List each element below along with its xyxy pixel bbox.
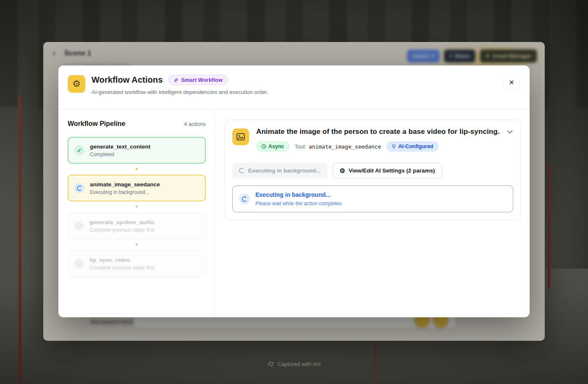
link-icon <box>173 78 178 83</box>
detail-panel: Animate the image of the person to creat… <box>215 110 530 317</box>
workflow-actions-modal: ⚙ Workflow Actions Smart Workflow AI-gen… <box>58 65 530 317</box>
tool-name: animate_image_seedance <box>309 144 381 150</box>
execution-status-box: Executing in background... Please wait w… <box>232 185 513 212</box>
action-card: Animate the image of the person to creat… <box>225 120 521 220</box>
chevron-down-icon[interactable] <box>507 130 513 134</box>
pipeline-panel: Workflow Pipeline 4 actions ✓ generate_t… <box>58 110 215 317</box>
action-title: Animate the image of the person to creat… <box>256 128 500 136</box>
status-subtitle: Please wait while the action completes <box>255 201 341 206</box>
tool-label: Tool: <box>295 144 306 150</box>
lightbulb-icon <box>391 144 396 149</box>
pipeline-item-status: Complete previous steps first <box>89 265 155 271</box>
pipeline-item-animate-image-seedance[interactable]: animate_image_seedance Executing in back… <box>68 175 206 201</box>
pipeline-count: 4 actions <box>184 121 206 127</box>
pending-circle-icon <box>74 221 84 231</box>
arrow-down-icon: ▼ <box>68 205 206 209</box>
pipeline-item-name: lip_sync_video <box>89 257 155 263</box>
arrow-down-icon: ▼ <box>68 243 206 247</box>
pipeline-item-lip-sync-video[interactable]: lip_sync_video Complete previous steps f… <box>68 250 206 277</box>
modal-header: ⚙ Workflow Actions Smart Workflow AI-gen… <box>58 65 530 110</box>
spinner-circle-icon <box>74 183 84 193</box>
clock-icon <box>261 144 266 149</box>
view-edit-ai-settings-button[interactable]: ⚙ View/Edit AI Settings (2 params) <box>333 163 442 178</box>
settings-button-label: View/Edit AI Settings (2 params) <box>349 167 435 174</box>
smart-workflow-label: Smart Workflow <box>181 77 223 83</box>
pipeline-item-status: Executing in background... <box>90 189 160 195</box>
watermark-text: Captured with Arc <box>278 361 321 367</box>
arc-logo-icon <box>267 361 274 367</box>
tool-text: Tool: animate_image_seedance <box>295 144 381 150</box>
executing-button-label: Executing in background... <box>248 167 321 174</box>
ai-configured-label: AI-Configured <box>398 144 433 149</box>
pipeline-item-generate-text-content[interactable]: ✓ generate_text_content Completed <box>68 137 206 164</box>
ai-configured-badge: AI-Configured <box>386 141 438 152</box>
spinner-icon <box>239 168 244 173</box>
gear-icon: ⚙ <box>340 167 345 175</box>
modal-title: Workflow Actions <box>92 75 163 85</box>
modal-subtitle: AI-generated workflow with intelligent d… <box>92 89 268 95</box>
arrow-down-icon: ▼ <box>68 167 206 171</box>
pending-circle-icon <box>74 259 84 269</box>
async-badge: Async <box>256 141 289 152</box>
pipeline-item-status: Complete previous steps first <box>89 227 155 233</box>
pipeline-item-generate-spoken-audio[interactable]: generate_spoken_audio Complete previous … <box>68 212 206 239</box>
smart-workflow-badge: Smart Workflow <box>168 75 228 85</box>
pipeline-item-name: animate_image_seedance <box>90 181 160 188</box>
screen: ‹ Scene 1 Asset / Storyboard / Scene 1 A… <box>0 0 588 384</box>
status-title: Executing in background... <box>255 191 341 198</box>
status-spinner-icon <box>239 193 250 204</box>
close-icon: ✕ <box>509 78 514 86</box>
workflow-gear-icon: ⚙ <box>68 75 85 93</box>
async-label: Async <box>268 144 284 149</box>
pipeline-item-name: generate_spoken_audio <box>89 219 155 225</box>
check-circle-icon: ✓ <box>74 145 84 155</box>
close-button[interactable]: ✕ <box>504 74 520 90</box>
image-icon <box>232 128 249 145</box>
pipeline-heading: Workflow Pipeline <box>68 120 126 128</box>
pipeline-item-name: generate_text_content <box>90 144 150 150</box>
executing-button[interactable]: Executing in background... <box>232 163 328 178</box>
watermark: Captured with Arc <box>267 361 321 367</box>
pipeline-item-status: Completed <box>90 152 150 157</box>
